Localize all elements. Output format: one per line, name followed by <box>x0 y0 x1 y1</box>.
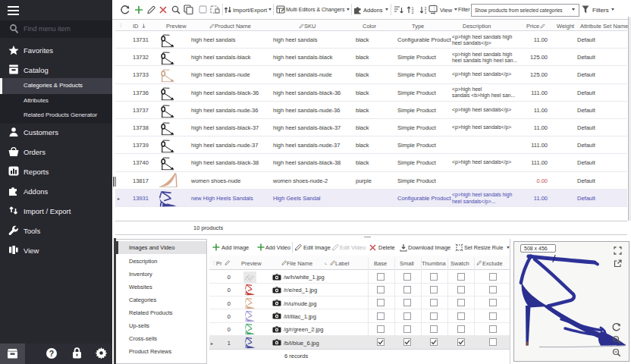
svg-text:2: 2 <box>412 10 414 14</box>
svg-text:1: 1 <box>425 10 427 14</box>
